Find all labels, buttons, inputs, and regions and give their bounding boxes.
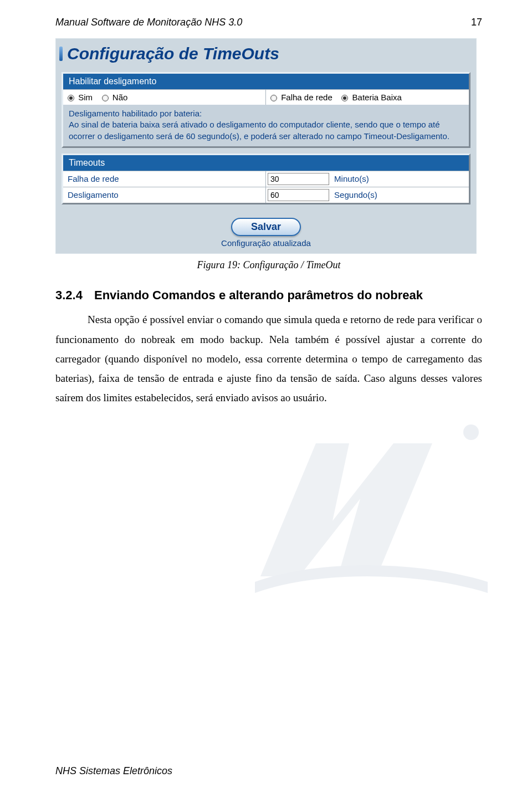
radio-bateria-label: Bateria Baixa <box>352 93 402 102</box>
panel-header-timeouts: Timeouts <box>63 155 469 171</box>
figure-caption: Figura 19: Configuração / TimeOut <box>55 259 482 271</box>
label-falha-rede: Falha de rede <box>63 171 266 187</box>
section-title: Enviando Comandos e alterando parâmetros… <box>94 288 423 302</box>
panel-timeouts: Timeouts Falha de rede Minuto(s) Desliga… <box>62 154 470 204</box>
input-falha-rede[interactable] <box>268 173 329 185</box>
footer: NHS Sistemas Eletrônicos <box>55 765 172 777</box>
svg-point-0 <box>463 424 479 440</box>
nhs-watermark-logo <box>249 410 499 598</box>
label-desligamento: Desligamento <box>63 187 266 203</box>
timeout-row-falha: Falha de rede Minuto(s) <box>63 171 469 187</box>
manual-title: Manual Software de Monitoração NHS 3.0 <box>55 17 242 28</box>
save-area: Salvar Configuração atualizada <box>56 210 476 253</box>
section-heading: 3.2.4Enviando Comandos e alterando parâm… <box>55 284 482 307</box>
radio-falha-rede[interactable] <box>270 95 277 101</box>
panel-habilitar-desligamento: Habilitar desligamento Sim Não Falha de … <box>62 72 470 148</box>
desligamento-description: Desligamento habilitado por bateria: Ao … <box>63 105 469 146</box>
desc-title: Desligamento habilitado por bateria: <box>69 108 463 119</box>
title-decor-icon <box>59 47 63 61</box>
radio-sim[interactable] <box>68 95 74 101</box>
desc-text: Ao sinal de bateria baixa será ativado o… <box>69 119 463 142</box>
panel-header-habilitar: Habilitar desligamento <box>63 74 469 89</box>
radio-sim-label: Sim <box>78 93 93 102</box>
input-desligamento[interactable] <box>268 189 329 201</box>
section-body: 3.2.4Enviando Comandos e alterando parâm… <box>55 284 482 407</box>
radio-nao[interactable] <box>102 95 109 101</box>
unit-segundos: Segundo(s) <box>331 187 469 203</box>
page-header: Manual Software de Monitoração NHS 3.0 1… <box>55 17 482 28</box>
timeout-row-desligamento: Desligamento Segundo(s) <box>63 187 469 203</box>
radio-falha-label: Falha de rede <box>281 93 332 102</box>
radio-group-motivo: Falha de rede Bateria Baixa <box>266 89 469 105</box>
radio-group-sim-nao: Sim Não <box>63 89 266 105</box>
dialog-title-text: Configuração de TimeOuts <box>67 44 279 63</box>
radio-nao-label: Não <box>112 93 128 102</box>
save-button[interactable]: Salvar <box>231 218 301 236</box>
page-number: 17 <box>471 17 482 28</box>
section-number: 3.2.4 <box>55 284 94 307</box>
timeout-config-screenshot: Configuração de TimeOuts Habilitar desli… <box>55 38 477 254</box>
save-status-text: Configuração atualizada <box>56 238 476 248</box>
dialog-title: Configuração de TimeOuts <box>56 42 476 69</box>
section-paragraph: Nesta opção é possível enviar o comando … <box>55 310 482 407</box>
radio-bateria-baixa[interactable] <box>341 95 348 101</box>
unit-minutos: Minuto(s) <box>331 171 469 187</box>
